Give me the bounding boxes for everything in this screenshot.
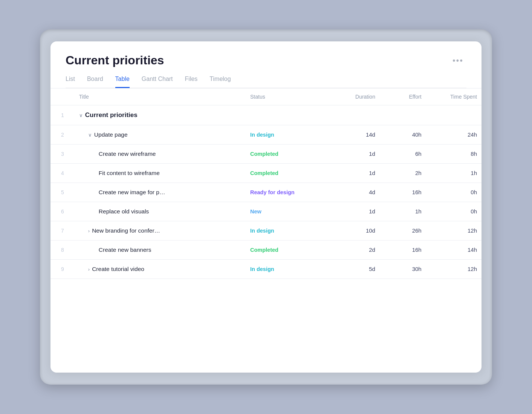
row-number: 2 — [50, 125, 75, 144]
app-window: Current priorities ••• List Board Table … — [50, 41, 482, 373]
row-status: In design — [246, 221, 329, 240]
chevron-down-icon: ∨ — [88, 132, 92, 138]
col-duration-header: Duration — [329, 88, 380, 105]
row-number: 6 — [50, 202, 75, 221]
row-number: 1 — [50, 105, 75, 125]
table-row[interactable]: 8Create new bannersCompleted2d16h14h — [50, 240, 482, 259]
row-number: 3 — [50, 144, 75, 163]
row-status: In design — [246, 259, 329, 279]
row-time-spent — [426, 105, 482, 125]
row-duration: 1d — [329, 144, 380, 163]
row-title-text: Create new image for p… — [99, 189, 165, 195]
table-row[interactable]: 1∨ Current priorities — [50, 105, 482, 125]
tab-table[interactable]: Table — [115, 76, 130, 88]
row-title-text: Create new wireframe — [99, 151, 156, 157]
row-number: 8 — [50, 240, 75, 259]
row-title[interactable]: Create new wireframe — [75, 144, 246, 163]
row-duration: 1d — [329, 202, 380, 221]
row-duration: 10d — [329, 221, 380, 240]
tab-board[interactable]: Board — [87, 76, 103, 88]
row-status: Completed — [246, 240, 329, 259]
col-status-header: Status — [246, 88, 329, 105]
row-number: 9 — [50, 259, 75, 279]
table-row[interactable]: 7› New branding for confer…In design10d2… — [50, 221, 482, 240]
row-time-spent: 0h — [426, 202, 482, 221]
row-duration — [329, 105, 380, 125]
col-title-header: Title — [75, 88, 246, 105]
chevron-right-icon: › — [88, 266, 90, 272]
row-time-spent: 8h — [426, 144, 482, 163]
tab-list[interactable]: List — [66, 76, 75, 88]
row-title[interactable]: › Create tutorial video — [75, 259, 246, 279]
row-duration: 2d — [329, 240, 380, 259]
tab-files[interactable]: Files — [185, 76, 198, 88]
row-title-text: Create tutorial video — [92, 266, 144, 272]
row-time-spent: 12h — [426, 259, 482, 279]
row-time-spent: 14h — [426, 240, 482, 259]
table-container: Title Status Duration Effort Time Spent … — [50, 88, 482, 279]
table-row[interactable]: 6Replace old visualsNew1d1h0h — [50, 202, 482, 221]
more-options-button[interactable]: ••• — [449, 54, 466, 67]
table-row[interactable]: 4Fit content to wireframeCompleted1d2h1h — [50, 163, 482, 183]
row-effort: 16h — [380, 240, 426, 259]
row-title[interactable]: Create new banners — [75, 240, 246, 259]
row-title[interactable]: Replace old visuals — [75, 202, 246, 221]
row-effort: 30h — [380, 259, 426, 279]
tab-timelog[interactable]: Timelog — [209, 76, 231, 88]
row-title-text: Create new banners — [99, 247, 151, 253]
row-number: 5 — [50, 183, 75, 202]
col-effort-header: Effort — [380, 88, 426, 105]
table-row[interactable]: 5Create new image for p…Ready for design… — [50, 183, 482, 202]
row-effort: 26h — [380, 221, 426, 240]
row-status: Ready for design — [246, 183, 329, 202]
row-title[interactable]: ∨ Update page — [75, 125, 246, 144]
row-effort: 6h — [380, 144, 426, 163]
row-effort: 1h — [380, 202, 426, 221]
row-title-text: Fit content to wireframe — [99, 170, 160, 176]
row-title[interactable]: ∨ Current priorities — [75, 105, 246, 125]
row-time-spent: 24h — [426, 125, 482, 144]
row-title-text: Replace old visuals — [99, 208, 149, 215]
table-header-row: Title Status Duration Effort Time Spent — [50, 88, 482, 105]
row-effort: 2h — [380, 163, 426, 183]
row-number: 7 — [50, 221, 75, 240]
row-status: Completed — [246, 144, 329, 163]
data-table: Title Status Duration Effort Time Spent … — [50, 88, 482, 279]
row-title[interactable]: Create new image for p… — [75, 183, 246, 202]
row-duration: 14d — [329, 125, 380, 144]
col-num-header — [50, 88, 75, 105]
row-time-spent: 12h — [426, 221, 482, 240]
tab-gantt[interactable]: Gantt Chart — [142, 76, 173, 88]
title-row: Current priorities ••• — [66, 53, 466, 67]
row-status: Completed — [246, 163, 329, 183]
row-duration: 1d — [329, 163, 380, 183]
row-status: In design — [246, 125, 329, 144]
col-timespent-header: Time Spent — [426, 88, 482, 105]
row-time-spent: 1h — [426, 163, 482, 183]
row-effort: 40h — [380, 125, 426, 144]
row-title[interactable]: › New branding for confer… — [75, 221, 246, 240]
row-effort — [380, 105, 426, 125]
row-time-spent: 0h — [426, 183, 482, 202]
row-title-text: Update page — [94, 131, 128, 138]
row-effort: 16h — [380, 183, 426, 202]
table-row[interactable]: 9› Create tutorial videoIn design5d30h12… — [50, 259, 482, 279]
table-row[interactable]: 2∨ Update pageIn design14d40h24h — [50, 125, 482, 144]
row-number: 4 — [50, 163, 75, 183]
chevron-down-icon: ∨ — [79, 113, 83, 118]
device-frame: Current priorities ••• List Board Table … — [40, 29, 492, 385]
row-duration: 5d — [329, 259, 380, 279]
page-title: Current priorities — [66, 53, 164, 67]
chevron-right-icon: › — [88, 228, 90, 234]
row-title-text: New branding for confer… — [92, 227, 160, 234]
row-status: New — [246, 202, 329, 221]
row-title-text: Current priorities — [85, 111, 138, 119]
table-row[interactable]: 3Create new wireframeCompleted1d6h8h — [50, 144, 482, 163]
row-title[interactable]: Fit content to wireframe — [75, 163, 246, 183]
table-body: 1∨ Current priorities2∨ Update pageIn de… — [50, 105, 482, 279]
app-header: Current priorities ••• List Board Table … — [50, 41, 482, 88]
row-duration: 4d — [329, 183, 380, 202]
nav-tabs: List Board Table Gantt Chart Files Timel… — [66, 76, 466, 88]
row-status — [246, 105, 329, 125]
